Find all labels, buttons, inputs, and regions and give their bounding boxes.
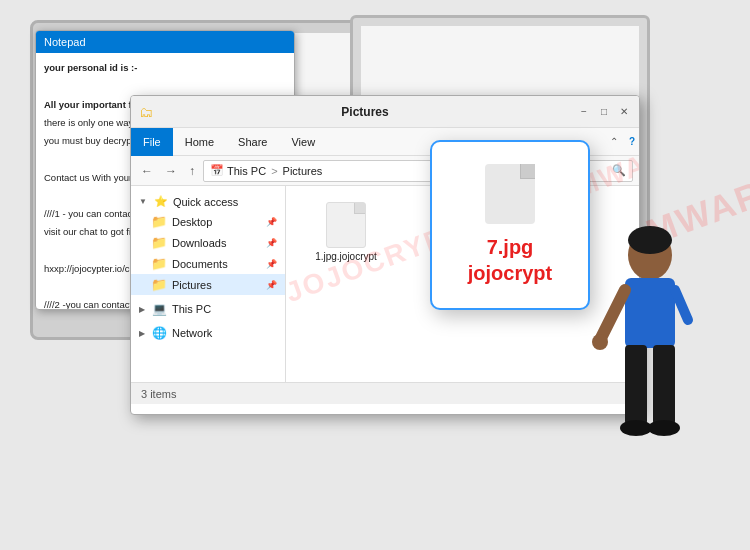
- sidebar-item-documents[interactable]: 📁 Documents 📌: [131, 253, 285, 274]
- quick-access-label: Quick access: [173, 196, 238, 208]
- address-pc: 📅: [210, 164, 224, 177]
- file-card-line2: jojocrypt: [468, 260, 552, 286]
- ransom-line-1: your personal id is :-: [44, 61, 286, 75]
- sidebar-item-downloads[interactable]: 📁 Downloads 📌: [131, 232, 285, 253]
- explorer-app-icon: 🗂: [139, 104, 153, 120]
- this-pc-section: ▶ 💻 This PC: [131, 297, 285, 321]
- svg-rect-6: [653, 345, 675, 425]
- sidebar-quick-access[interactable]: ▼ ⭐ Quick access: [131, 192, 285, 211]
- documents-pin-icon: 📌: [266, 259, 277, 269]
- svg-line-3: [600, 290, 625, 340]
- pictures-folder-icon: 📁: [151, 277, 167, 292]
- forward-button[interactable]: →: [161, 162, 181, 180]
- sidebar-network-label: Network: [172, 327, 212, 339]
- ransom-line-2: [44, 79, 286, 93]
- network-section: ▶ 🌐 Network: [131, 321, 285, 345]
- pictures-pin-icon: 📌: [266, 280, 277, 290]
- address-pictures: Pictures: [283, 165, 323, 177]
- quick-access-icon: ⭐: [154, 195, 168, 208]
- file-card-line1: 7.jpg: [468, 234, 552, 260]
- this-pc-icon: 💻: [152, 302, 167, 316]
- desktop-pin-icon: 📌: [266, 217, 277, 227]
- svg-point-8: [648, 420, 680, 436]
- svg-point-1: [628, 226, 672, 254]
- sidebar: ▼ ⭐ Quick access 📁 Desktop 📌 📁 Downloads…: [131, 186, 286, 382]
- sidebar-item-pictures[interactable]: 📁 Pictures 📌: [131, 274, 285, 295]
- sidebar-item-desktop[interactable]: 📁 Desktop 📌: [131, 211, 285, 232]
- sidebar-network[interactable]: ▶ 🌐 Network: [131, 323, 285, 343]
- ribbon-tab-home[interactable]: Home: [173, 128, 226, 156]
- ribbon-tab-share[interactable]: Share: [226, 128, 279, 156]
- documents-folder-icon: 📁: [151, 256, 167, 271]
- file-card: 7.jpg jojocrypt: [430, 140, 590, 310]
- back-button[interactable]: ←: [137, 162, 157, 180]
- file-icon-1: [326, 202, 366, 248]
- svg-rect-2: [625, 278, 675, 348]
- sidebar-this-pc-label: This PC: [172, 303, 211, 315]
- quick-access-expand-icon: ▼: [139, 197, 147, 206]
- up-button[interactable]: ↑: [185, 162, 199, 180]
- sidebar-desktop-label: Desktop: [172, 216, 212, 228]
- svg-line-4: [675, 290, 688, 320]
- file-name-1: 1.jpg.jojocrypt: [315, 251, 377, 262]
- person-illustration: [570, 220, 700, 520]
- file-card-text: 7.jpg jojocrypt: [468, 234, 552, 286]
- file-card-icon: [485, 164, 535, 224]
- sidebar-documents-label: Documents: [172, 258, 228, 270]
- network-expand-icon: ▶: [139, 329, 145, 338]
- minimize-button[interactable]: −: [577, 105, 591, 119]
- svg-point-7: [620, 420, 652, 436]
- status-text: 3 items: [141, 388, 176, 400]
- ransom-titlebar: Notepad: [36, 31, 294, 53]
- downloads-folder-icon: 📁: [151, 235, 167, 250]
- sidebar-this-pc[interactable]: ▶ 💻 This PC: [131, 299, 285, 319]
- address-bar[interactable]: 📅 This PC > Pictures: [203, 160, 467, 182]
- help-button[interactable]: ?: [625, 135, 639, 149]
- network-icon: 🌐: [152, 326, 167, 340]
- svg-point-9: [592, 334, 608, 350]
- close-button[interactable]: ✕: [617, 105, 631, 119]
- maximize-button[interactable]: □: [597, 105, 611, 119]
- ribbon-tab-view[interactable]: View: [279, 128, 327, 156]
- svg-rect-5: [625, 345, 647, 425]
- this-pc-expand-icon: ▶: [139, 305, 145, 314]
- address-thispc: This PC: [227, 165, 266, 177]
- sidebar-downloads-label: Downloads: [172, 237, 226, 249]
- file-item-1[interactable]: 1.jpg.jojocrypt: [306, 196, 386, 268]
- downloads-pin-icon: 📌: [266, 238, 277, 248]
- explorer-title: Pictures: [159, 105, 571, 119]
- sidebar-pictures-label: Pictures: [172, 279, 212, 291]
- ribbon-collapse-button[interactable]: ⌃: [607, 135, 621, 149]
- explorer-titlebar: 🗂 Pictures − □ ✕: [131, 96, 639, 128]
- address-sep-1: >: [271, 165, 277, 177]
- status-bar: 3 items: [131, 382, 639, 404]
- desktop-folder-icon: 📁: [151, 214, 167, 229]
- quick-access-section: ▼ ⭐ Quick access 📁 Desktop 📌 📁 Downloads…: [131, 190, 285, 297]
- search-icon: 🔍: [612, 164, 626, 177]
- ransom-title: Notepad: [44, 36, 286, 48]
- ribbon-tab-file[interactable]: File: [131, 128, 173, 156]
